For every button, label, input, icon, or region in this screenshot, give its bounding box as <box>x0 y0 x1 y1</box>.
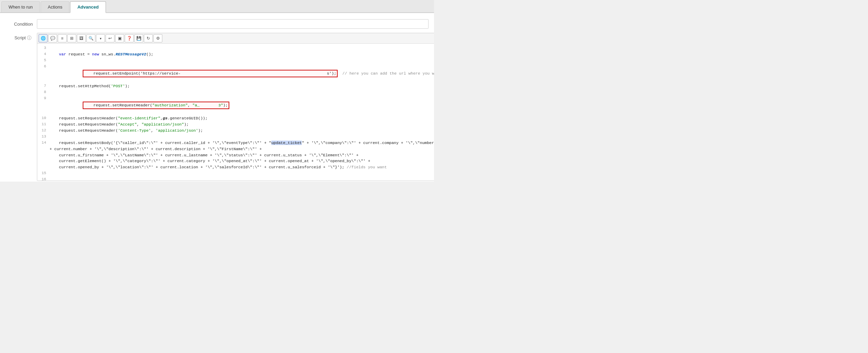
save-btn[interactable]: 💾 <box>134 34 143 42</box>
code-line-13: 13 <box>37 134 434 140</box>
script-row: Script ⓘ 🌐 💬 ≡ ⊞ 🖼 🔍 ▾ ↩ ▣ ❓ 💾 ↻ <box>0 32 434 182</box>
main-content: Condition Script ⓘ 🌐 💬 ≡ ⊞ 🖼 🔍 ▾ ↩ <box>0 13 434 182</box>
code-line-14: 14 request.setRequestBody('{\"caller_id\… <box>37 140 434 170</box>
dropdown-btn[interactable]: ▾ <box>96 34 105 42</box>
condition-label: Condition <box>5 22 33 27</box>
undo-btn[interactable]: ↩ <box>106 34 114 42</box>
comment-btn[interactable]: 💬 <box>48 34 57 42</box>
code-line-16: 16 <box>37 176 434 181</box>
tab-actions[interactable]: Actions <box>41 1 70 12</box>
tab-advanced[interactable]: Advanced <box>70 1 106 13</box>
tab-when-to-run[interactable]: When to run <box>1 1 40 12</box>
script-area: 🌐 💬 ≡ ⊞ 🖼 🔍 ▾ ↩ ▣ ❓ 💾 ↻ ⚙ › <box>37 33 434 181</box>
code-line-6: 6 request.setEndpoint('https://service- … <box>37 64 434 83</box>
code-line-11: 11 request.setRequestHeader("Accept", "a… <box>37 121 434 128</box>
insert-btn[interactable]: ⊞ <box>67 34 76 42</box>
code-line-15: 15 <box>37 170 434 176</box>
info-icon[interactable]: ⓘ <box>27 35 31 40</box>
app-container: When to run Actions Advanced Condition S… <box>0 0 434 182</box>
frame-btn[interactable]: ▣ <box>115 34 124 42</box>
code-line-9: 9 request.setRequestHeader("authorizatio… <box>37 95 434 115</box>
code-editor[interactable]: 3 4 var request = new sn_ws.RESTMessageV… <box>37 44 434 181</box>
code-line-3: 3 <box>37 45 434 51</box>
condition-row: Condition <box>0 17 434 31</box>
script-label: Script ⓘ <box>5 33 33 41</box>
code-line-5: 5 <box>37 57 434 64</box>
code-line-4: 4 var request = new sn_ws.RESTMessageV2(… <box>37 51 434 57</box>
code-line-12: 12 request.setRequestHeader('Content-Typ… <box>37 128 434 134</box>
condition-input[interactable] <box>37 19 429 29</box>
search-btn[interactable]: 🔍 <box>86 34 95 42</box>
code-line-8: 8 <box>37 89 434 95</box>
settings-btn[interactable]: ⚙ <box>153 34 162 42</box>
image-btn[interactable]: 🖼 <box>77 34 86 42</box>
code-line-10: 10 request.setRequestHeader("event-ident… <box>37 115 434 121</box>
help-btn[interactable]: ❓ <box>125 34 134 42</box>
globe-btn[interactable]: 🌐 <box>39 34 48 42</box>
editor-toolbar: 🌐 💬 ≡ ⊞ 🖼 🔍 ▾ ↩ ▣ ❓ 💾 ↻ ⚙ › <box>37 33 434 44</box>
code-line-7: 7 request.setHttpMethod('POST'); <box>37 83 434 89</box>
align-btn[interactable]: ≡ <box>58 34 67 42</box>
tabs-bar: When to run Actions Advanced <box>0 0 434 13</box>
refresh-btn[interactable]: ↻ <box>144 34 153 42</box>
